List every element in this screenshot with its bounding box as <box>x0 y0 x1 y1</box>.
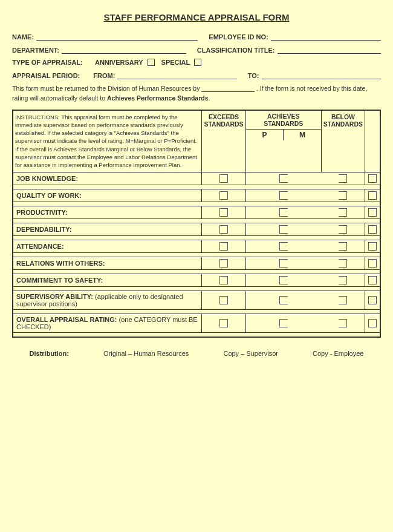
checkbox-attendance-exceeds <box>202 240 245 252</box>
checkbox-input-commitment-to-safety-below[interactable] <box>368 276 377 284</box>
employee-id-label: EMPLOYEE ID NO: <box>209 33 268 41</box>
checkbox-attendance-achieves-p <box>245 240 321 252</box>
checkbox-input-productivity-achieves-p[interactable] <box>279 208 288 217</box>
checkbox-commitment-to-safety-below <box>365 274 381 287</box>
name-row: NAME: EMPLOYEE ID NO: <box>12 32 381 41</box>
checkbox-input-relations-with-others-below[interactable] <box>368 259 377 268</box>
checkbox-commitment-to-safety-exceeds <box>202 274 245 287</box>
from-field[interactable] <box>117 71 236 79</box>
checkbox-input-productivity-below[interactable] <box>368 208 377 217</box>
checkbox-input-job-knowledge-exceeds[interactable] <box>219 174 228 183</box>
checkbox-input-quality-of-work-exceeds[interactable] <box>219 191 228 200</box>
checkbox-supervisory-ability-exceeds <box>202 291 245 310</box>
checkbox-input-relations-with-others-exceeds[interactable] <box>219 259 228 268</box>
checkbox-overall-appraisal-achieves-p <box>245 314 321 333</box>
checkbox-input-dependability-below[interactable] <box>368 225 377 234</box>
classification-field[interactable] <box>278 45 381 54</box>
department-field[interactable] <box>62 45 186 54</box>
checkbox-input-attendance-below[interactable] <box>368 242 377 251</box>
checkbox-input-commitment-to-safety-achieves-p[interactable] <box>279 276 288 284</box>
checkbox-attendance-below <box>365 240 381 252</box>
anniversary-label: ANNIVERSARY <box>95 59 143 66</box>
checkbox-input-dependability-achieves-m[interactable] <box>339 225 347 234</box>
checkbox-input-attendance-exceeds[interactable] <box>219 242 228 251</box>
category-row-dependability: DEPENDABILITY: <box>13 223 380 235</box>
spacer-row-job-knowledge <box>13 185 380 189</box>
checkbox-job-knowledge-achieves-p <box>245 172 321 185</box>
category-label-supervisory-ability: SUPERVISORY ABILITY: (applicable only to… <box>13 291 202 310</box>
checkbox-input-relations-with-others-achieves-m[interactable] <box>339 259 347 268</box>
checkbox-input-commitment-to-safety-achieves-m[interactable] <box>339 276 347 284</box>
checkbox-quality-of-work-below <box>365 189 381 202</box>
checkbox-overall-appraisal-exceeds <box>202 314 245 333</box>
checkbox-input-quality-of-work-achieves-m[interactable] <box>339 191 347 200</box>
checkbox-input-supervisory-ability-achieves-m[interactable] <box>339 296 347 304</box>
distribution-item-2: Copy – Supervisor <box>223 350 278 357</box>
category-label-relations-with-others: RELATIONS WITH OTHERS: <box>13 257 202 270</box>
checkbox-input-overall-appraisal-achieves-m[interactable] <box>339 319 347 327</box>
anniversary-checkbox[interactable] <box>148 59 155 66</box>
checkbox-input-overall-appraisal-exceeds[interactable] <box>219 319 228 327</box>
category-row-commitment-to-safety: COMMITMENT TO SAFETY: <box>13 274 380 287</box>
checkbox-input-quality-of-work-below[interactable] <box>368 191 377 200</box>
checkbox-input-relations-with-others-achieves-p[interactable] <box>279 259 288 268</box>
checkbox-commitment-to-safety-achieves-p <box>245 274 321 287</box>
checkbox-supervisory-ability-achieves-p <box>245 291 321 310</box>
checkbox-productivity-achieves-p <box>245 206 321 218</box>
exceeds-header: EXCEEDSSTANDARDS <box>202 110 245 172</box>
checkbox-input-commitment-to-safety-exceeds[interactable] <box>219 276 228 284</box>
checkbox-supervisory-ability-below <box>365 291 381 310</box>
checkbox-input-quality-of-work-achieves-p[interactable] <box>279 191 288 200</box>
category-row-productivity: PRODUCTIVITY: <box>13 206 380 218</box>
checkbox-supervisory-ability-achieves-m <box>321 291 365 310</box>
checkbox-dependability-below <box>365 223 381 235</box>
checkbox-input-overall-appraisal-achieves-p[interactable] <box>279 319 288 327</box>
spacer-row-supervisory-ability <box>13 310 380 314</box>
category-label-overall-appraisal: OVERALL APPRAISAL RATING: (one CATEGORY … <box>13 314 202 333</box>
category-label-attendance: ATTENDANCE: <box>13 240 202 252</box>
category-row-relations-with-others: RELATIONS WITH OTHERS: <box>13 257 380 270</box>
employee-id-field[interactable] <box>271 32 381 41</box>
special-checkbox[interactable] <box>194 59 201 66</box>
to-field[interactable] <box>262 71 381 79</box>
special-label: SPECIAL <box>161 59 190 66</box>
appraisal-table: INSTRUCTIONS: This appraisal form must b… <box>12 110 381 338</box>
category-row-job-knowledge: JOB KNOWLEDGE: <box>13 172 380 185</box>
page-title: STAFF PERFORMANCE APPRAISAL FORM <box>12 12 381 22</box>
checkbox-productivity-achieves-m <box>321 206 365 218</box>
checkbox-input-job-knowledge-achieves-p[interactable] <box>279 174 288 183</box>
category-label-commitment-to-safety: COMMITMENT TO SAFETY: <box>13 274 202 287</box>
checkbox-input-productivity-achieves-m[interactable] <box>339 208 347 217</box>
checkbox-input-dependability-exceeds[interactable] <box>219 225 228 234</box>
checkbox-input-productivity-exceeds[interactable] <box>219 208 228 217</box>
checkbox-input-job-knowledge-achieves-m[interactable] <box>339 174 347 183</box>
name-label: NAME: <box>12 33 34 41</box>
checkbox-commitment-to-safety-achieves-m <box>321 274 365 287</box>
checkbox-relations-with-others-achieves-p <box>245 257 321 270</box>
type-row: TYPE OF APPRAISAL: ANNIVERSARY SPECIAL <box>12 59 381 66</box>
period-row: APPRAISAL PERIOD: FROM: TO: <box>12 71 381 79</box>
checkbox-input-job-knowledge-below[interactable] <box>368 174 377 183</box>
category-label-quality-of-work: QUALITY OF WORK: <box>13 189 202 202</box>
type-label: TYPE OF APPRAISAL: <box>12 59 83 66</box>
instructions-header: INSTRUCTIONS: This appraisal form must b… <box>13 110 202 172</box>
notice-text: This form must be returned to the Divisi… <box>12 84 381 103</box>
checkbox-relations-with-others-exceeds <box>202 257 245 270</box>
checkbox-input-supervisory-ability-achieves-p[interactable] <box>279 296 288 304</box>
checkbox-relations-with-others-below <box>365 257 381 270</box>
checkbox-input-attendance-achieves-p[interactable] <box>279 242 288 251</box>
checkbox-input-attendance-achieves-m[interactable] <box>339 242 347 251</box>
checkbox-input-overall-appraisal-below[interactable] <box>368 319 377 327</box>
to-label: TO: <box>248 72 259 79</box>
distribution-item-1: Original – Human Resources <box>103 350 189 357</box>
checkbox-overall-appraisal-below <box>365 314 381 333</box>
checkbox-dependability-exceeds <box>202 223 245 235</box>
checkbox-dependability-achieves-m <box>321 223 365 235</box>
checkbox-input-supervisory-ability-below[interactable] <box>368 296 377 304</box>
spacer-row-commitment-to-safety <box>13 287 380 291</box>
name-field[interactable] <box>36 32 198 41</box>
checkbox-input-dependability-achieves-p[interactable] <box>279 225 288 234</box>
checkbox-dependability-achieves-p <box>245 223 321 235</box>
checkbox-input-supervisory-ability-exceeds[interactable] <box>219 296 228 304</box>
table-header-row: INSTRUCTIONS: This appraisal form must b… <box>13 110 380 172</box>
